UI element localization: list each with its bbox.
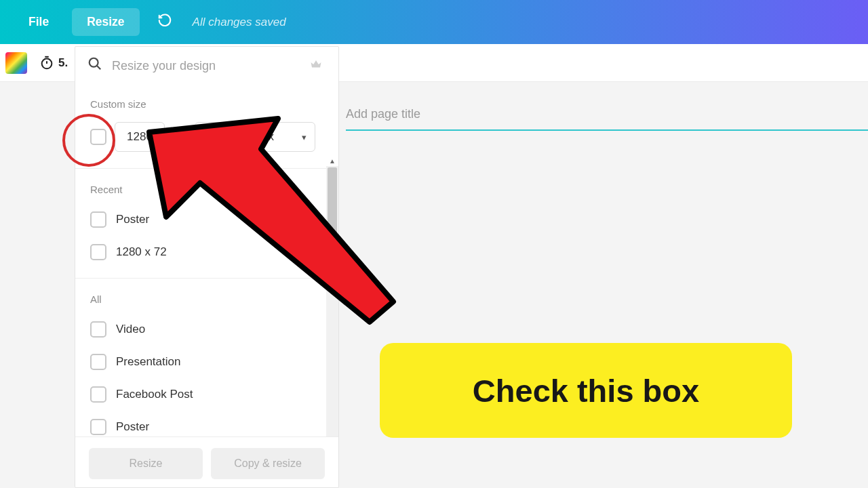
option-label: Poster bbox=[116, 420, 149, 434]
scrollbar-thumb[interactable] bbox=[328, 167, 337, 249]
all-option[interactable]: Presentation bbox=[75, 346, 338, 378]
crown-icon bbox=[310, 58, 322, 74]
svg-point-1 bbox=[90, 58, 98, 67]
all-option[interactable]: Video bbox=[75, 313, 338, 346]
recent-option[interactable]: Poster bbox=[75, 203, 338, 236]
resize-panel: ▲ ▼ Custom size px ▾ Recent Poster bbox=[75, 46, 339, 488]
unit-select[interactable]: px ▾ bbox=[253, 122, 315, 152]
unit-value: px bbox=[262, 130, 274, 144]
custom-size-label: Custom size bbox=[75, 85, 338, 118]
chevron-down-icon: ▾ bbox=[302, 132, 307, 142]
svg-rect-2 bbox=[176, 135, 182, 140]
scrollbar[interactable]: ▲ ▼ bbox=[326, 166, 338, 436]
option-label: Presentation bbox=[116, 355, 180, 369]
scroll-up-icon[interactable]: ▲ bbox=[326, 155, 338, 166]
undo-icon[interactable] bbox=[148, 7, 182, 37]
search-input[interactable] bbox=[112, 59, 300, 73]
copy-resize-button[interactable]: Copy & resize bbox=[211, 448, 325, 479]
width-input[interactable] bbox=[115, 122, 165, 152]
option-label: Facebook Post bbox=[116, 388, 193, 401]
all-option[interactable]: Poster bbox=[75, 411, 338, 436]
resize-button[interactable]: Resize bbox=[89, 448, 203, 479]
svg-point-0 bbox=[42, 58, 52, 68]
all-label: All bbox=[75, 280, 338, 313]
file-menu[interactable]: File bbox=[14, 8, 64, 36]
custom-size-checkbox[interactable] bbox=[90, 129, 106, 145]
color-swatch[interactable] bbox=[5, 52, 27, 74]
height-input[interactable] bbox=[195, 122, 245, 152]
option-checkbox[interactable] bbox=[90, 386, 106, 403]
search-icon bbox=[87, 56, 102, 75]
all-option[interactable]: Facebook Post bbox=[75, 378, 338, 411]
option-checkbox[interactable] bbox=[90, 419, 106, 435]
top-menu-bar: File Resize All changes saved bbox=[0, 0, 868, 44]
option-checkbox[interactable] bbox=[90, 244, 106, 260]
option-checkbox[interactable] bbox=[90, 321, 106, 338]
annotation-callout: Check this box bbox=[380, 343, 792, 438]
recent-label: Recent bbox=[75, 170, 338, 203]
resize-menu[interactable]: Resize bbox=[72, 8, 139, 36]
option-label: Poster bbox=[116, 213, 149, 226]
option-checkbox[interactable] bbox=[90, 211, 106, 228]
timer-value: 5. bbox=[58, 56, 68, 70]
lock-icon[interactable] bbox=[173, 129, 186, 145]
recent-option[interactable]: 1280 x 72 bbox=[75, 236, 338, 268]
option-label: 1280 x 72 bbox=[116, 245, 167, 259]
save-status-text: All changes saved bbox=[193, 16, 286, 29]
option-checkbox[interactable] bbox=[90, 354, 106, 370]
page-title-input[interactable]: Add page title bbox=[346, 107, 868, 131]
timer-display[interactable]: 5. bbox=[39, 56, 68, 70]
option-label: Video bbox=[116, 323, 145, 336]
